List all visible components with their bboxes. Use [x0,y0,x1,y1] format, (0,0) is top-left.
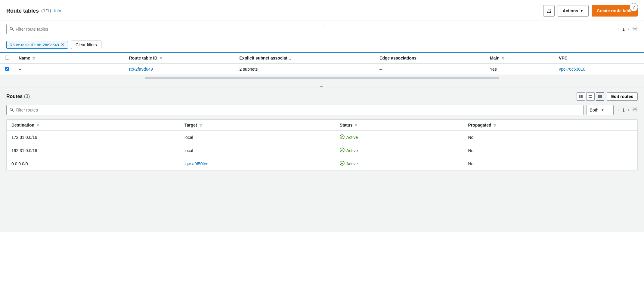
row-main-cell: Yes [485,64,554,75]
view-toggle-btn-1[interactable] [577,92,585,101]
routes-title-text: Routes [6,94,23,99]
tag-filter-row: Route table ID: rtb-2fa9d649 ✕ Clear fil… [0,38,644,52]
route-status-cell: Active [335,157,463,170]
svg-point-13 [340,161,344,165]
col-propagated-label: Propagated [468,123,491,127]
resize-handle[interactable]: ⎯ [0,81,644,87]
status-active-icon [340,161,345,167]
top-pagination: ‹ 1 › [617,26,638,33]
route-target-cell: local [180,144,335,157]
help-icon[interactable]: ? [630,3,638,11]
edit-routes-button[interactable]: Edit routes [607,92,638,101]
panel-view-icon-3 [598,94,602,99]
next-page-button[interactable]: › [627,26,630,32]
routes-type-dropdown[interactable]: Both ▼ [587,105,614,115]
routes-pagination: ‹ 1 › [617,107,638,114]
filter-chip-remove-button[interactable]: ✕ [61,42,65,47]
row-rtid-cell: rtb-2fa9d649 [124,64,235,75]
routes-col-target[interactable]: Target ▽ [180,120,335,131]
row-name: – [19,67,21,72]
table-row: – rtb-2fa9d649 2 subnets – Yes [0,64,644,75]
routes-search-input[interactable] [16,108,580,112]
clear-filters-button[interactable]: Clear filters [71,41,101,49]
route-status-active: Active [340,134,459,140]
svg-point-12 [340,148,344,152]
svg-point-10 [634,109,636,110]
rtid-sort-icon: ▽ [160,57,162,60]
row-edge-cell: – [375,64,485,75]
search-icon [10,27,14,32]
status-active-icon [340,134,345,140]
routes-search-box[interactable] [6,105,584,115]
col-header-checkbox [0,53,14,64]
col-name-label: Name [19,56,30,60]
routes-col-destination[interactable]: Destination ▽ [7,120,180,131]
table-settings-button[interactable] [632,26,638,33]
routes-prev-page-button[interactable]: ‹ [617,107,621,113]
svg-point-8 [10,108,13,110]
route-status-active: Active [340,161,459,167]
routes-table-row: 0.0.0.0/0igw-a9f50fceActiveNo [7,157,637,170]
route-destination-cell: 0.0.0.0/0 [7,157,180,170]
svg-line-1 [12,29,14,31]
col-header-explicit-subnet[interactable]: Explicit subnet associat... [234,53,375,64]
view-toggle-btn-3[interactable] [596,92,604,101]
lower-panel: Routes (3) Edit routes [0,87,644,232]
svg-rect-7 [598,95,602,98]
view-toggle-btn-2[interactable] [586,92,595,101]
routes-next-page-button[interactable]: › [627,107,630,113]
info-link[interactable]: Info [54,8,61,13]
svg-rect-5 [589,95,592,96]
routes-table-row: 172.31.0.0/16localActiveNo [7,131,637,144]
filter-chip-label: Route table ID: rtb-2fa9d649 [10,43,59,47]
row-subnet-cell: 2 subnets [234,64,375,75]
dropdown-chevron-icon: ▼ [601,108,604,112]
panel-view-icon-2 [588,94,593,99]
main-panel: Route tables (1/1) Info Actions ▼ Create… [0,0,644,303]
routes-filter-row: Both ▼ ‹ 1 › [6,105,638,115]
scrollbar-thumb [145,77,499,79]
col-status-label: Status [340,123,353,127]
svg-rect-4 [581,95,583,98]
prev-page-button[interactable]: ‹ [617,26,621,32]
route-tables-table: Name ▽ Route table ID ▽ Explicit subnet … [0,52,644,81]
col-main-label: Main [490,56,500,60]
routes-table-row: 192.31.0.0/16localActiveNo [7,144,637,157]
actions-button[interactable]: Actions ▼ [558,5,589,17]
row-rtid-link[interactable]: rtb-2fa9d649 [129,67,153,72]
status-active-label: Active [346,161,358,166]
col-header-route-table-id[interactable]: Route table ID ▽ [124,53,235,64]
row-edge-value: – [379,67,382,72]
route-status-cell: Active [335,144,463,157]
routes-header: Routes (3) Edit routes [6,92,638,101]
refresh-button[interactable] [543,5,555,17]
route-status-cell: Active [335,131,463,144]
col-dest-label: Destination [11,123,34,127]
route-target-link[interactable]: igw-a9f50fce [184,161,208,166]
row-subnet-value: 2 subnets [239,67,258,72]
routes-table-wrapper: Destination ▽ Target ▽ Status ▽ Propag [6,119,638,170]
col-header-vpc[interactable]: VPC [554,53,644,64]
col-header-main[interactable]: Main ▽ [485,53,554,64]
svg-point-11 [340,135,344,139]
col-header-edge-associations[interactable]: Edge associations [375,53,485,64]
row-vpc-link[interactable]: vpc-76c53010 [559,67,585,72]
routes-col-propagated[interactable]: Propagated ▽ [463,120,637,131]
dropdown-arrow-icon: ▼ [580,9,584,13]
search-box[interactable] [6,24,325,34]
panel-view-icon-1 [579,94,583,99]
row-checkbox[interactable] [5,67,9,71]
routes-col-status[interactable]: Status ▽ [335,120,463,131]
select-all-checkbox[interactable] [5,56,9,60]
view-toggle-buttons [577,92,604,101]
search-input[interactable] [16,27,322,32]
routes-table-settings-button[interactable] [632,107,638,114]
col-header-name[interactable]: Name ▽ [14,53,124,64]
status-active-label: Active [346,148,358,153]
filter-chip: Route table ID: rtb-2fa9d649 ✕ [6,41,68,49]
main-sort-icon: ▽ [502,57,504,60]
col-vpc-label: VPC [559,56,568,60]
count-badge: (1/1) [41,8,51,14]
route-propagated-cell: No [463,131,637,144]
dropdown-value: Both [590,108,599,112]
